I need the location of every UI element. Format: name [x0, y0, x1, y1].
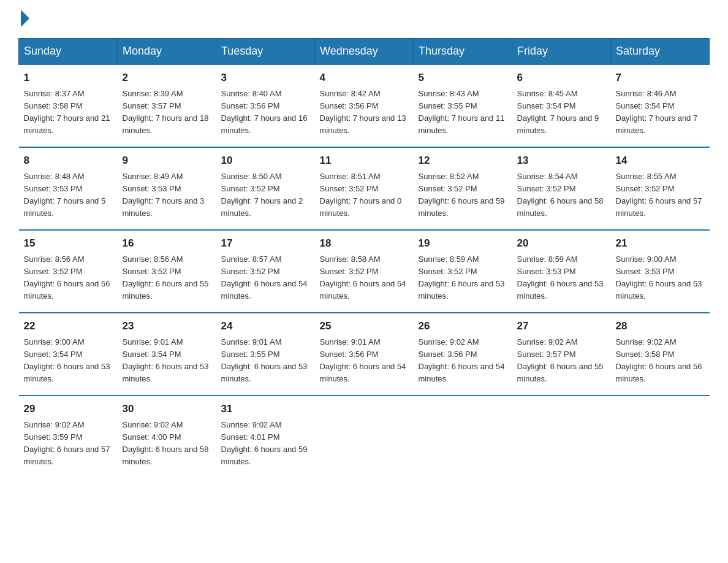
calendar-week-row: 29Sunrise: 9:02 AMSunset: 3:59 PMDayligh…: [19, 396, 710, 478]
day-info: Sunrise: 8:58 AMSunset: 3:52 PMDaylight:…: [320, 253, 409, 303]
calendar-day-cell: 6Sunrise: 8:45 AMSunset: 3:54 PMDaylight…: [512, 64, 611, 147]
calendar-day-cell: 7Sunrise: 8:46 AMSunset: 3:54 PMDaylight…: [611, 64, 710, 147]
day-info: Sunrise: 8:45 AMSunset: 3:54 PMDaylight:…: [517, 88, 606, 137]
calendar-day-cell: 18Sunrise: 8:58 AMSunset: 3:52 PMDayligh…: [315, 230, 414, 313]
day-number: 4: [320, 70, 409, 86]
day-number: 30: [123, 401, 211, 417]
day-number: 21: [616, 236, 705, 251]
day-info: Sunrise: 9:02 AMSunset: 3:56 PMDaylight:…: [419, 336, 507, 386]
calendar-day-cell: [512, 396, 611, 478]
day-number: 24: [221, 318, 310, 334]
calendar-day-cell: 15Sunrise: 8:56 AMSunset: 3:52 PMDayligh…: [19, 230, 118, 313]
calendar-week-row: 15Sunrise: 8:56 AMSunset: 3:52 PMDayligh…: [19, 230, 710, 313]
day-number: 16: [123, 236, 211, 251]
day-of-week-header: Monday: [118, 39, 216, 65]
day-info: Sunrise: 9:02 AMSunset: 3:58 PMDaylight:…: [616, 336, 705, 386]
calendar-week-row: 1Sunrise: 8:37 AMSunset: 3:58 PMDaylight…: [19, 64, 710, 147]
day-info: Sunrise: 8:48 AMSunset: 3:53 PMDaylight:…: [24, 170, 113, 220]
day-number: 5: [419, 70, 507, 86]
calendar-day-cell: 27Sunrise: 9:02 AMSunset: 3:57 PMDayligh…: [512, 313, 611, 396]
calendar-day-cell: 26Sunrise: 9:02 AMSunset: 3:56 PMDayligh…: [414, 313, 512, 396]
day-number: 28: [616, 318, 705, 334]
day-number: 1: [24, 70, 113, 86]
page-header: [18, 12, 710, 26]
calendar-day-cell: 16Sunrise: 8:56 AMSunset: 3:52 PMDayligh…: [118, 230, 216, 313]
calendar-day-cell: 30Sunrise: 9:02 AMSunset: 4:00 PMDayligh…: [118, 396, 216, 478]
day-info: Sunrise: 8:42 AMSunset: 3:56 PMDaylight:…: [320, 88, 409, 137]
day-info: Sunrise: 8:59 AMSunset: 3:52 PMDaylight:…: [419, 253, 507, 303]
day-info: Sunrise: 8:55 AMSunset: 3:52 PMDaylight:…: [616, 170, 705, 220]
day-info: Sunrise: 9:01 AMSunset: 3:56 PMDaylight:…: [320, 336, 409, 386]
day-number: 15: [24, 236, 113, 251]
calendar-day-cell: 11Sunrise: 8:51 AMSunset: 3:52 PMDayligh…: [315, 147, 414, 230]
day-info: Sunrise: 8:40 AMSunset: 3:56 PMDaylight:…: [221, 88, 310, 137]
calendar-day-cell: 21Sunrise: 9:00 AMSunset: 3:53 PMDayligh…: [611, 230, 710, 313]
day-info: Sunrise: 9:01 AMSunset: 3:54 PMDaylight:…: [123, 336, 211, 386]
day-number: 20: [517, 236, 606, 251]
day-info: Sunrise: 9:00 AMSunset: 3:54 PMDaylight:…: [24, 336, 113, 386]
day-info: Sunrise: 8:57 AMSunset: 3:52 PMDaylight:…: [221, 253, 310, 303]
day-info: Sunrise: 8:49 AMSunset: 3:53 PMDaylight:…: [123, 170, 211, 220]
day-info: Sunrise: 9:02 AMSunset: 3:59 PMDaylight:…: [24, 419, 113, 469]
calendar-week-row: 8Sunrise: 8:48 AMSunset: 3:53 PMDaylight…: [19, 147, 710, 230]
day-number: 14: [616, 153, 705, 169]
day-info: Sunrise: 8:43 AMSunset: 3:55 PMDaylight:…: [419, 88, 507, 137]
day-number: 12: [419, 153, 507, 169]
day-number: 6: [517, 70, 606, 86]
calendar-day-cell: 31Sunrise: 9:02 AMSunset: 4:01 PMDayligh…: [216, 396, 315, 478]
day-number: 19: [419, 236, 507, 251]
day-info: Sunrise: 8:56 AMSunset: 3:52 PMDaylight:…: [24, 253, 113, 303]
calendar-day-cell: 4Sunrise: 8:42 AMSunset: 3:56 PMDaylight…: [315, 64, 414, 147]
calendar-day-cell: 3Sunrise: 8:40 AMSunset: 3:56 PMDaylight…: [216, 64, 315, 147]
day-of-week-header: Friday: [512, 39, 611, 65]
calendar-week-row: 22Sunrise: 9:00 AMSunset: 3:54 PMDayligh…: [19, 313, 710, 396]
calendar-day-cell: [315, 396, 414, 478]
day-info: Sunrise: 9:00 AMSunset: 3:53 PMDaylight:…: [616, 253, 705, 303]
day-of-week-header: Wednesday: [315, 39, 414, 65]
day-info: Sunrise: 9:02 AMSunset: 4:00 PMDaylight:…: [123, 419, 211, 469]
calendar-day-cell: 1Sunrise: 8:37 AMSunset: 3:58 PMDaylight…: [19, 64, 118, 147]
calendar-day-cell: 8Sunrise: 8:48 AMSunset: 3:53 PMDaylight…: [19, 147, 118, 230]
day-number: 18: [320, 236, 409, 251]
day-info: Sunrise: 8:52 AMSunset: 3:52 PMDaylight:…: [419, 170, 507, 220]
day-of-week-header: Saturday: [611, 39, 710, 65]
day-number: 17: [221, 236, 310, 251]
day-info: Sunrise: 8:46 AMSunset: 3:54 PMDaylight:…: [616, 88, 705, 137]
calendar-day-cell: 19Sunrise: 8:59 AMSunset: 3:52 PMDayligh…: [414, 230, 512, 313]
day-number: 13: [517, 153, 606, 169]
day-info: Sunrise: 9:02 AMSunset: 4:01 PMDaylight:…: [221, 419, 310, 469]
calendar-table: SundayMondayTuesdayWednesdayThursdayFrid…: [18, 38, 710, 478]
calendar-day-cell: 10Sunrise: 8:50 AMSunset: 3:52 PMDayligh…: [216, 147, 315, 230]
day-info: Sunrise: 9:01 AMSunset: 3:55 PMDaylight:…: [221, 336, 310, 386]
day-number: 9: [123, 153, 211, 169]
day-number: 10: [221, 153, 310, 169]
day-info: Sunrise: 8:51 AMSunset: 3:52 PMDaylight:…: [320, 170, 409, 220]
day-number: 2: [123, 70, 211, 86]
day-number: 11: [320, 153, 409, 169]
day-info: Sunrise: 9:02 AMSunset: 3:57 PMDaylight:…: [517, 336, 606, 386]
day-number: 23: [123, 318, 211, 334]
day-number: 27: [517, 318, 606, 334]
calendar-day-cell: [414, 396, 512, 478]
calendar-day-cell: 9Sunrise: 8:49 AMSunset: 3:53 PMDaylight…: [118, 147, 216, 230]
day-number: 3: [221, 70, 310, 86]
day-of-week-header: Tuesday: [216, 39, 315, 65]
day-info: Sunrise: 8:37 AMSunset: 3:58 PMDaylight:…: [24, 88, 113, 137]
calendar-day-cell: 29Sunrise: 9:02 AMSunset: 3:59 PMDayligh…: [19, 396, 118, 478]
day-of-week-header: Thursday: [414, 39, 512, 65]
day-of-week-header: Sunday: [19, 39, 118, 65]
calendar-day-cell: 25Sunrise: 9:01 AMSunset: 3:56 PMDayligh…: [315, 313, 414, 396]
calendar-day-cell: 12Sunrise: 8:52 AMSunset: 3:52 PMDayligh…: [414, 147, 512, 230]
calendar-day-cell: 17Sunrise: 8:57 AMSunset: 3:52 PMDayligh…: [216, 230, 315, 313]
day-number: 31: [221, 401, 310, 417]
day-info: Sunrise: 8:50 AMSunset: 3:52 PMDaylight:…: [221, 170, 310, 220]
day-number: 8: [24, 153, 113, 169]
day-number: 25: [320, 318, 409, 334]
logo-arrow-icon: [21, 10, 29, 27]
day-info: Sunrise: 8:54 AMSunset: 3:52 PMDaylight:…: [517, 170, 606, 220]
calendar-day-cell: 13Sunrise: 8:54 AMSunset: 3:52 PMDayligh…: [512, 147, 611, 230]
day-number: 26: [419, 318, 507, 334]
calendar-day-cell: 28Sunrise: 9:02 AMSunset: 3:58 PMDayligh…: [611, 313, 710, 396]
calendar-header-row: SundayMondayTuesdayWednesdayThursdayFrid…: [19, 39, 710, 65]
calendar-day-cell: 24Sunrise: 9:01 AMSunset: 3:55 PMDayligh…: [216, 313, 315, 396]
